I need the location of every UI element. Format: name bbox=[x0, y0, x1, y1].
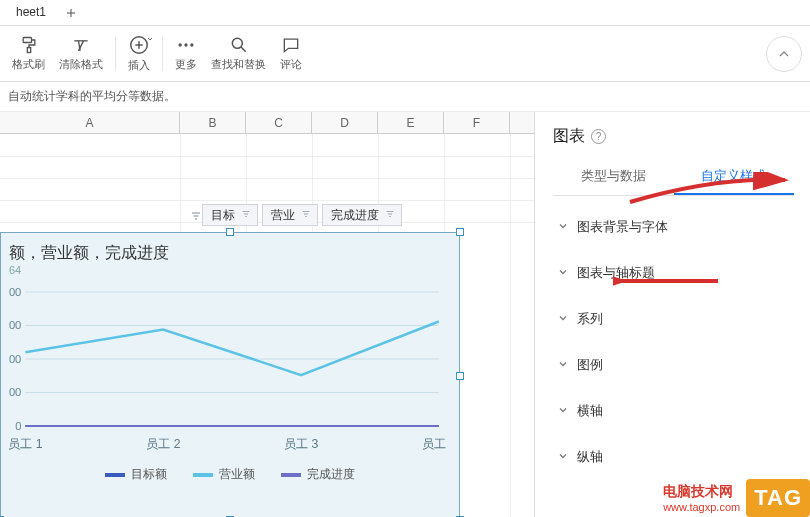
column-headers: A B C D E F bbox=[0, 112, 534, 134]
accordion-vaxis[interactable]: 纵轴 bbox=[553, 434, 794, 480]
column-header[interactable]: D bbox=[312, 112, 378, 133]
svg-point-7 bbox=[179, 43, 182, 46]
column-header[interactable]: E bbox=[378, 112, 444, 133]
svg-point-10 bbox=[232, 38, 242, 48]
sheet-tab-label: heet1 bbox=[16, 5, 46, 19]
svg-text:员工 3: 员工 3 bbox=[284, 437, 319, 451]
column-header[interactable]: C bbox=[246, 112, 312, 133]
hint-bar: 自动统计学科的平均分等数据。 bbox=[0, 82, 810, 112]
format-painter-icon bbox=[19, 35, 39, 55]
filter-icon bbox=[241, 208, 251, 222]
chart-title[interactable]: 额，营业额，完成进度 bbox=[9, 233, 459, 264]
svg-line-11 bbox=[241, 47, 246, 52]
watermark: 电脑技术网 www.tagxp.com TAG bbox=[663, 479, 810, 517]
add-sheet-button[interactable] bbox=[58, 6, 84, 20]
plus-icon bbox=[64, 6, 78, 20]
comment-icon bbox=[281, 35, 301, 55]
separator bbox=[162, 37, 163, 71]
svg-text:00: 00 bbox=[9, 320, 21, 332]
chart-side-panel: 图表 ? 类型与数据 自定义样式 图表背景与字体 图表与轴标题 系列 图例 横轴 bbox=[535, 112, 810, 517]
collapse-toolbar-button[interactable] bbox=[766, 36, 802, 72]
chevron-down-icon bbox=[557, 266, 569, 281]
svg-text:00: 00 bbox=[9, 286, 21, 298]
chevron-down-icon bbox=[557, 312, 569, 327]
legend-item[interactable]: 营业额 bbox=[193, 466, 255, 483]
filter-chip-label: 完成进度 bbox=[331, 207, 379, 224]
filter-chip-revenue[interactable]: 营业 bbox=[262, 204, 318, 226]
accordion-axis-title[interactable]: 图表与轴标题 bbox=[553, 250, 794, 296]
accordion-haxis[interactable]: 横轴 bbox=[553, 388, 794, 434]
filter-chip-label: 目标 bbox=[211, 207, 235, 224]
chevron-down-icon bbox=[146, 32, 154, 46]
tab-type-data[interactable]: 类型与数据 bbox=[553, 159, 674, 195]
more-label: 更多 bbox=[175, 57, 197, 72]
watermark-tag: TAG bbox=[746, 479, 810, 517]
chart-object[interactable]: 额，营业额，完成进度 64 000000000员工 1员工 2员工 3员工 4 … bbox=[0, 232, 460, 517]
chevron-down-icon bbox=[557, 358, 569, 373]
comment-button[interactable]: 评论 bbox=[274, 26, 308, 82]
insert-button[interactable]: 插入 bbox=[122, 26, 156, 82]
svg-text:00: 00 bbox=[9, 387, 21, 399]
chevron-down-icon bbox=[557, 450, 569, 465]
accordion-legend[interactable]: 图例 bbox=[553, 342, 794, 388]
clear-format-icon bbox=[71, 35, 91, 55]
svg-point-9 bbox=[190, 43, 193, 46]
chart-legend: 目标额 营业额 完成进度 bbox=[1, 456, 459, 489]
filter-icon bbox=[301, 208, 311, 222]
svg-point-8 bbox=[184, 43, 187, 46]
chevron-down-icon bbox=[557, 220, 569, 235]
search-icon bbox=[229, 35, 249, 55]
column-header[interactable]: F bbox=[444, 112, 510, 133]
format-painter-label: 格式刷 bbox=[12, 57, 45, 72]
watermark-url: www.tagxp.com bbox=[663, 501, 740, 513]
chart-plot-area: 000000000员工 1员工 2员工 3员工 4 bbox=[1, 286, 449, 456]
insert-label: 插入 bbox=[128, 58, 150, 73]
svg-text:00: 00 bbox=[9, 353, 21, 365]
find-replace-button[interactable]: 查找和替换 bbox=[205, 26, 272, 82]
svg-text:员工 4: 员工 4 bbox=[422, 437, 449, 451]
side-panel-title: 图表 ? bbox=[553, 126, 794, 147]
legend-item[interactable]: 完成进度 bbox=[281, 466, 355, 483]
svg-rect-2 bbox=[23, 38, 31, 43]
filter-icon bbox=[190, 210, 200, 220]
hint-text: 自动统计学科的平均分等数据。 bbox=[8, 88, 176, 105]
resize-handle[interactable] bbox=[456, 372, 464, 380]
filter-row: 目标 营业 完成进度 bbox=[190, 204, 402, 226]
svg-text:员工 1: 员工 1 bbox=[8, 437, 43, 451]
find-replace-label: 查找和替换 bbox=[211, 57, 266, 72]
separator bbox=[115, 37, 116, 71]
resize-handle[interactable] bbox=[456, 228, 464, 236]
filter-chip-target[interactable]: 目标 bbox=[202, 204, 258, 226]
side-panel-tabs: 类型与数据 自定义样式 bbox=[553, 159, 794, 196]
toolbar: 格式刷 清除格式 插入 更多 查找和替换 评论 bbox=[0, 26, 810, 82]
grid-area[interactable]: A B C D E F bbox=[0, 112, 535, 517]
watermark-text: 电脑技术网 bbox=[663, 483, 740, 501]
chart-subtitle: 64 bbox=[9, 264, 459, 276]
tab-strip: heet1 bbox=[0, 0, 810, 26]
more-icon bbox=[176, 35, 196, 55]
chevron-up-icon bbox=[776, 46, 792, 62]
clear-format-label: 清除格式 bbox=[59, 57, 103, 72]
main-area: A B C D E F bbox=[0, 112, 810, 517]
accordion-bg-font[interactable]: 图表背景与字体 bbox=[553, 204, 794, 250]
resize-handle[interactable] bbox=[226, 228, 234, 236]
format-painter-button[interactable]: 格式刷 bbox=[6, 26, 51, 82]
legend-item[interactable]: 目标额 bbox=[105, 466, 167, 483]
svg-text:员工 2: 员工 2 bbox=[146, 437, 181, 451]
chevron-down-icon bbox=[557, 404, 569, 419]
filter-chip-progress[interactable]: 完成进度 bbox=[322, 204, 402, 226]
clear-format-button[interactable]: 清除格式 bbox=[53, 26, 109, 82]
accordion-series[interactable]: 系列 bbox=[553, 296, 794, 342]
filter-icon bbox=[385, 208, 395, 222]
more-button[interactable]: 更多 bbox=[169, 26, 203, 82]
sheet-tab[interactable]: heet1 bbox=[4, 0, 58, 26]
svg-text:0: 0 bbox=[15, 420, 21, 432]
tab-custom-style[interactable]: 自定义样式 bbox=[674, 159, 795, 195]
help-icon[interactable]: ? bbox=[591, 129, 606, 144]
column-header[interactable]: A bbox=[0, 112, 180, 133]
filter-chip-label: 营业 bbox=[271, 207, 295, 224]
comment-label: 评论 bbox=[280, 57, 302, 72]
grid-body[interactable]: 目标 营业 完成进度 bbox=[0, 134, 534, 517]
column-header[interactable]: B bbox=[180, 112, 246, 133]
